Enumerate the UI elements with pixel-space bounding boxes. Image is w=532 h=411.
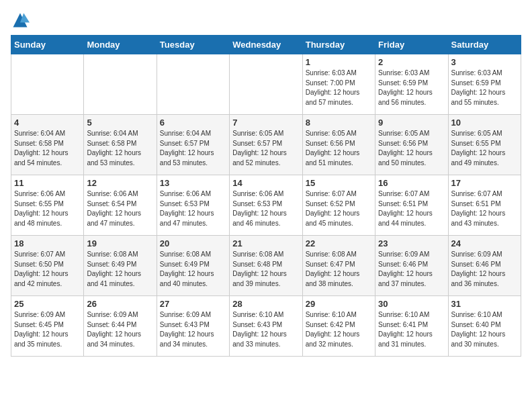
calendar-day: 20Sunrise: 6:08 AM Sunset: 6:49 PM Dayli… [157, 236, 229, 296]
day-number: 12 [87, 178, 153, 188]
day-info: Sunrise: 6:06 AM Sunset: 6:53 PM Dayligh… [160, 189, 226, 228]
day-info: Sunrise: 6:10 AM Sunset: 6:43 PM Dayligh… [232, 310, 299, 349]
day-info: Sunrise: 6:07 AM Sunset: 6:51 PM Dayligh… [451, 189, 518, 228]
day-info: Sunrise: 6:04 AM Sunset: 6:58 PM Dayligh… [14, 129, 81, 168]
day-number: 1 [306, 57, 372, 67]
day-info: Sunrise: 6:06 AM Sunset: 6:53 PM Dayligh… [232, 189, 299, 228]
calendar-day: 26Sunrise: 6:09 AM Sunset: 6:44 PM Dayli… [84, 296, 157, 357]
calendar-day: 28Sunrise: 6:10 AM Sunset: 6:43 PM Dayli… [230, 296, 302, 357]
weekday-header: Saturday [448, 36, 521, 54]
day-number: 16 [378, 178, 445, 188]
calendar-day: 27Sunrise: 6:09 AM Sunset: 6:43 PM Dayli… [157, 296, 229, 357]
day-number: 25 [14, 299, 81, 309]
day-info: Sunrise: 6:08 AM Sunset: 6:47 PM Dayligh… [306, 250, 372, 289]
day-number: 8 [306, 118, 372, 128]
day-number: 26 [87, 299, 153, 309]
day-info: Sunrise: 6:04 AM Sunset: 6:58 PM Dayligh… [87, 129, 153, 168]
day-info: Sunrise: 6:03 AM Sunset: 6:59 PM Dayligh… [451, 68, 518, 107]
day-number: 21 [232, 238, 299, 248]
empty-day [157, 54, 229, 115]
empty-day [84, 54, 157, 115]
day-number: 19 [87, 238, 153, 248]
empty-day [230, 54, 302, 115]
calendar-day: 11Sunrise: 6:06 AM Sunset: 6:55 PM Dayli… [11, 175, 84, 236]
day-number: 10 [451, 118, 518, 128]
day-info: Sunrise: 6:04 AM Sunset: 6:57 PM Dayligh… [160, 129, 226, 168]
logo-icon [11, 11, 30, 30]
weekday-header: Wednesday [230, 36, 302, 54]
calendar-day: 30Sunrise: 6:10 AM Sunset: 6:41 PM Dayli… [375, 296, 448, 357]
day-number: 3 [451, 57, 518, 67]
calendar-day: 9Sunrise: 6:05 AM Sunset: 6:56 PM Daylig… [375, 115, 448, 175]
day-info: Sunrise: 6:05 AM Sunset: 6:55 PM Dayligh… [451, 129, 518, 168]
day-number: 17 [451, 178, 518, 188]
day-info: Sunrise: 6:08 AM Sunset: 6:49 PM Dayligh… [160, 250, 226, 289]
day-info: Sunrise: 6:06 AM Sunset: 6:55 PM Dayligh… [14, 189, 81, 228]
calendar-day: 16Sunrise: 6:07 AM Sunset: 6:51 PM Dayli… [375, 175, 448, 236]
calendar-day: 1Sunrise: 6:03 AM Sunset: 7:00 PM Daylig… [302, 54, 375, 115]
day-info: Sunrise: 6:09 AM Sunset: 6:44 PM Dayligh… [87, 310, 153, 349]
day-number: 14 [232, 178, 299, 188]
calendar-day: 22Sunrise: 6:08 AM Sunset: 6:47 PM Dayli… [302, 236, 375, 296]
calendar-day: 31Sunrise: 6:10 AM Sunset: 6:40 PM Dayli… [448, 296, 521, 357]
weekday-header: Thursday [302, 36, 375, 54]
calendar-day: 13Sunrise: 6:06 AM Sunset: 6:53 PM Dayli… [157, 175, 229, 236]
calendar-day: 7Sunrise: 6:05 AM Sunset: 6:57 PM Daylig… [230, 115, 302, 175]
day-number: 30 [378, 299, 445, 309]
calendar-day: 4Sunrise: 6:04 AM Sunset: 6:58 PM Daylig… [11, 115, 84, 175]
day-info: Sunrise: 6:06 AM Sunset: 6:54 PM Dayligh… [87, 189, 153, 228]
day-info: Sunrise: 6:05 AM Sunset: 6:56 PM Dayligh… [306, 129, 372, 168]
day-number: 27 [160, 299, 226, 309]
calendar-day: 8Sunrise: 6:05 AM Sunset: 6:56 PM Daylig… [302, 115, 375, 175]
day-number: 28 [232, 299, 299, 309]
weekday-header: Monday [84, 36, 157, 54]
calendar-table: SundayMondayTuesdayWednesdayThursdayFrid… [11, 35, 521, 357]
day-info: Sunrise: 6:05 AM Sunset: 6:56 PM Dayligh… [378, 129, 445, 168]
day-number: 9 [378, 118, 445, 128]
calendar-day: 5Sunrise: 6:04 AM Sunset: 6:58 PM Daylig… [84, 115, 157, 175]
calendar-header: SundayMondayTuesdayWednesdayThursdayFrid… [11, 36, 521, 54]
day-info: Sunrise: 6:07 AM Sunset: 6:52 PM Dayligh… [306, 189, 372, 228]
day-number: 11 [14, 178, 81, 188]
calendar-day: 3Sunrise: 6:03 AM Sunset: 6:59 PM Daylig… [448, 54, 521, 115]
day-number: 31 [451, 299, 518, 309]
calendar-day: 24Sunrise: 6:09 AM Sunset: 6:46 PM Dayli… [448, 236, 521, 296]
calendar-day: 15Sunrise: 6:07 AM Sunset: 6:52 PM Dayli… [302, 175, 375, 236]
day-info: Sunrise: 6:10 AM Sunset: 6:40 PM Dayligh… [451, 310, 518, 349]
calendar-day: 17Sunrise: 6:07 AM Sunset: 6:51 PM Dayli… [448, 175, 521, 236]
day-number: 6 [160, 118, 226, 128]
day-number: 20 [160, 238, 226, 248]
calendar-day: 14Sunrise: 6:06 AM Sunset: 6:53 PM Dayli… [230, 175, 302, 236]
day-info: Sunrise: 6:07 AM Sunset: 6:50 PM Dayligh… [14, 250, 81, 289]
calendar-day: 21Sunrise: 6:08 AM Sunset: 6:48 PM Dayli… [230, 236, 302, 296]
calendar-day: 23Sunrise: 6:09 AM Sunset: 6:46 PM Dayli… [375, 236, 448, 296]
day-number: 18 [14, 238, 81, 248]
calendar-day: 2Sunrise: 6:03 AM Sunset: 6:59 PM Daylig… [375, 54, 448, 115]
day-number: 29 [306, 299, 372, 309]
day-number: 15 [306, 178, 372, 188]
empty-day [11, 54, 84, 115]
day-number: 22 [306, 238, 372, 248]
day-number: 7 [232, 118, 299, 128]
logo [11, 11, 31, 30]
day-info: Sunrise: 6:09 AM Sunset: 6:46 PM Dayligh… [451, 250, 518, 289]
day-info: Sunrise: 6:09 AM Sunset: 6:45 PM Dayligh… [14, 310, 81, 349]
day-info: Sunrise: 6:08 AM Sunset: 6:48 PM Dayligh… [232, 250, 299, 289]
day-info: Sunrise: 6:07 AM Sunset: 6:51 PM Dayligh… [378, 189, 445, 228]
day-number: 4 [14, 118, 81, 128]
calendar-day: 18Sunrise: 6:07 AM Sunset: 6:50 PM Dayli… [11, 236, 84, 296]
weekday-header: Sunday [11, 36, 84, 54]
calendar-day: 12Sunrise: 6:06 AM Sunset: 6:54 PM Dayli… [84, 175, 157, 236]
day-info: Sunrise: 6:08 AM Sunset: 6:49 PM Dayligh… [87, 250, 153, 289]
day-info: Sunrise: 6:09 AM Sunset: 6:46 PM Dayligh… [378, 250, 445, 289]
day-info: Sunrise: 6:03 AM Sunset: 7:00 PM Dayligh… [306, 68, 372, 107]
day-info: Sunrise: 6:10 AM Sunset: 6:42 PM Dayligh… [306, 310, 372, 349]
day-number: 24 [451, 238, 518, 248]
day-number: 23 [378, 238, 445, 248]
weekday-header: Tuesday [157, 36, 229, 54]
day-number: 2 [378, 57, 445, 67]
day-number: 13 [160, 178, 226, 188]
page-header [11, 11, 521, 30]
calendar-day: 25Sunrise: 6:09 AM Sunset: 6:45 PM Dayli… [11, 296, 84, 357]
day-number: 5 [87, 118, 153, 128]
